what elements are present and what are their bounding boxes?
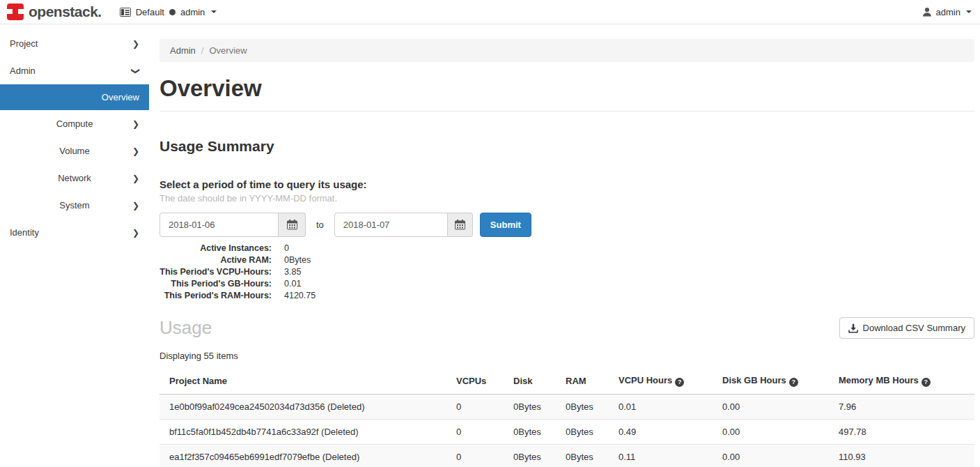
- sidebar-item-label: Overview: [102, 92, 139, 102]
- end-date-calendar-button[interactable]: [448, 213, 473, 237]
- sidebar-item-label: Identity: [10, 227, 39, 238]
- cell-vcpu-hours: 0.11: [609, 445, 713, 467]
- stat-label: Active RAM:: [160, 254, 272, 266]
- stat-label: This Period's VCPU-Hours:: [160, 266, 272, 278]
- context-domain-label: Default: [136, 7, 164, 17]
- cell-disk-gb-hours: 0.00: [713, 445, 829, 467]
- to-label: to: [316, 220, 324, 230]
- table-row: 1e0b0f99af0249cea24502034d73d356 (Delete…: [160, 395, 974, 420]
- cell-vcpus: 0: [446, 420, 504, 445]
- user-menu-dropdown[interactable]: admin: [922, 7, 972, 17]
- items-count: Displaying 55 items: [160, 351, 974, 361]
- start-date-input[interactable]: [160, 213, 279, 237]
- date-range-prompt: Select a period of time to query its usa…: [160, 178, 974, 190]
- usage-table-title: Usage: [160, 317, 212, 339]
- breadcrumb-current: Overview: [209, 45, 247, 56]
- col-ram: RAM: [556, 369, 609, 395]
- help-icon[interactable]: [789, 378, 798, 387]
- brand-wordmark: openstack.: [29, 3, 102, 20]
- user-menu-label: admin: [936, 7, 960, 17]
- stat-active-ram: Active RAM: 0Bytes: [160, 254, 974, 266]
- stat-label: This Period's RAM-Hours:: [160, 290, 272, 302]
- breadcrumb-divider: /: [201, 45, 204, 56]
- openstack-logo-icon: [7, 3, 24, 20]
- cell-vcpu-hours: 0.01: [609, 395, 713, 420]
- domain-list-icon: [120, 8, 131, 17]
- cell-vcpu-hours: 0.49: [609, 420, 713, 445]
- sidebar-item-compute[interactable]: Compute ❯: [0, 110, 149, 137]
- cell-ram: 0Bytes: [556, 420, 609, 445]
- cell-memory-mb-hours: 7.96: [829, 395, 974, 420]
- sidebar-item-label: Compute: [56, 118, 93, 129]
- chevron-right-icon: ❯: [132, 174, 139, 183]
- col-vcpu-hours: VCPU Hours: [609, 369, 713, 395]
- help-icon[interactable]: [921, 378, 931, 387]
- cell-disk: 0Bytes: [504, 395, 556, 420]
- cell-project-name: bf11c5fa0f1b452db4b7741a6c33a92f (Delete…: [160, 420, 446, 445]
- help-icon[interactable]: [675, 378, 684, 387]
- stat-value: 4120.75: [284, 290, 316, 302]
- sidebar-nav: Project ❯ Admin ❯ Overview Compute ❯ Vol…: [0, 24, 149, 467]
- col-disk: Disk: [504, 369, 556, 395]
- stat-gb-hours: This Period's GB-Hours: 0.01: [160, 278, 974, 290]
- cell-memory-mb-hours: 497.78: [829, 420, 974, 445]
- chevron-down-icon: [966, 10, 972, 13]
- sidebar-item-overview-selected[interactable]: Overview: [0, 84, 149, 110]
- cell-memory-mb-hours: 110.93: [829, 445, 974, 467]
- breadcrumb-admin-link[interactable]: Admin: [170, 45, 196, 56]
- cell-disk-gb-hours: 0.00: [713, 395, 829, 420]
- chevron-right-icon: ❯: [132, 229, 139, 237]
- table-row: bf11c5fa0f1b452db4b7741a6c33a92f (Delete…: [160, 420, 974, 445]
- context-project-label: admin: [180, 7, 205, 17]
- stat-vcpu-hours: This Period's VCPU-Hours: 3.85: [160, 266, 974, 278]
- sidebar-item-project[interactable]: Project ❯: [0, 30, 149, 57]
- sidebar-item-label: System: [59, 200, 89, 210]
- sidebar-item-network[interactable]: Network ❯: [0, 164, 149, 192]
- top-navbar: openstack. Default admin admin: [0, 0, 980, 24]
- cell-project-name: ea1f2f357c09465eb6991edf7079efbe (Delete…: [160, 445, 446, 467]
- date-range-form: to Submit: [160, 213, 974, 237]
- stat-active-instances: Active Instances: 0: [160, 243, 974, 254]
- stat-value: 3.85: [284, 266, 301, 278]
- openstack-brand[interactable]: openstack.: [7, 3, 102, 20]
- chevron-right-icon: ❯: [132, 120, 139, 128]
- col-memory-mb-hours: Memory MB Hours: [829, 369, 974, 395]
- context-switcher-dropdown[interactable]: Default admin: [120, 7, 217, 17]
- col-vcpus: VCPUs: [446, 369, 504, 395]
- usage-table-header-bar: Usage Download CSV Summary: [160, 317, 974, 339]
- col-label: VCPU Hours: [619, 375, 672, 385]
- chevron-right-icon: ❯: [132, 201, 139, 210]
- chevron-down-icon: ❯: [132, 67, 140, 74]
- sidebar-item-label: Volume: [59, 146, 89, 156]
- download-icon: [848, 323, 858, 333]
- user-icon: [922, 7, 932, 17]
- submit-button[interactable]: Submit: [480, 213, 531, 237]
- sidebar-item-admin[interactable]: Admin ❯: [0, 57, 149, 84]
- download-csv-button[interactable]: Download CSV Summary: [839, 317, 974, 339]
- sidebar-item-volume[interactable]: Volume ❯: [0, 137, 149, 164]
- stat-label: Active Instances:: [160, 243, 272, 254]
- calendar-icon: [287, 220, 297, 230]
- sidebar-item-label: Network: [58, 173, 91, 183]
- sidebar-item-system[interactable]: System ❯: [0, 192, 149, 219]
- cell-disk-gb-hours: 0.00: [713, 420, 829, 445]
- breadcrumb: Admin / Overview: [160, 39, 974, 62]
- end-date-input[interactable]: [334, 213, 448, 237]
- main-content: Admin / Overview Overview Usage Summary …: [149, 24, 980, 467]
- stat-label: This Period's GB-Hours:: [160, 278, 272, 290]
- cell-vcpus: 0: [446, 445, 504, 467]
- stat-value: 0.01: [284, 278, 301, 290]
- calendar-icon: [455, 220, 465, 230]
- start-date-calendar-button[interactable]: [279, 213, 306, 237]
- title-divider: [160, 111, 974, 112]
- download-csv-label: Download CSV Summary: [863, 323, 965, 333]
- cell-disk: 0Bytes: [504, 420, 556, 445]
- usage-stats: Active Instances: 0 Active RAM: 0Bytes T…: [160, 243, 974, 302]
- sidebar-item-identity[interactable]: Identity ❯: [0, 219, 149, 246]
- page-title: Overview: [160, 75, 974, 102]
- cell-project-name: 1e0b0f99af0249cea24502034d73d356 (Delete…: [160, 395, 446, 420]
- col-label: Disk GB Hours: [722, 375, 786, 385]
- chevron-down-icon: [211, 10, 217, 13]
- date-format-hint: The date should be in YYYY-MM-DD format.: [160, 193, 974, 204]
- cell-vcpus: 0: [446, 395, 504, 420]
